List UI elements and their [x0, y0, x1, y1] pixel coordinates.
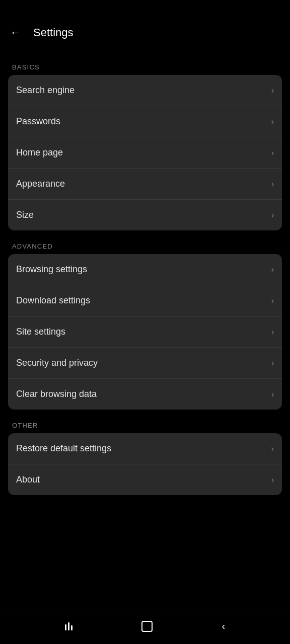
menu-item-label: Restore default settings: [16, 443, 111, 454]
menu-item-security-privacy[interactable]: Security and privacy ›: [8, 348, 282, 379]
menu-item-label: Security and privacy: [16, 358, 98, 368]
menu-item-home-page[interactable]: Home page ›: [8, 137, 282, 169]
chevron-icon: ›: [271, 328, 274, 337]
back-button[interactable]: ←: [8, 24, 25, 41]
section-label-basics: BASICS: [8, 55, 282, 75]
navigation-bar: ‹: [0, 608, 290, 644]
section-advanced: ADVANCED Browsing settings › Download se…: [8, 234, 282, 410]
chevron-icon: ›: [271, 296, 274, 305]
back-nav-icon: ‹: [222, 620, 226, 632]
recents-button[interactable]: [61, 618, 77, 634]
section-label-advanced: ADVANCED: [8, 234, 282, 254]
menu-item-clear-browsing-data[interactable]: Clear browsing data ›: [8, 379, 282, 410]
settings-content: BASICS Search engine › Passwords › Home …: [0, 51, 290, 608]
menu-item-label: Home page: [16, 147, 63, 158]
menu-item-download-settings[interactable]: Download settings ›: [8, 285, 282, 316]
menu-item-appearance[interactable]: Appearance ›: [8, 169, 282, 200]
menu-item-label: Clear browsing data: [16, 389, 97, 399]
menu-item-label: Browsing settings: [16, 264, 87, 275]
chevron-icon: ›: [271, 180, 274, 189]
home-icon: [141, 621, 153, 632]
menu-item-label: Appearance: [16, 179, 65, 189]
menu-item-label: Passwords: [16, 116, 60, 127]
menu-item-label: About: [16, 474, 40, 485]
header: ← Settings: [0, 0, 290, 51]
menu-item-search-engine[interactable]: Search engine ›: [8, 75, 282, 106]
menu-item-label: Size: [16, 210, 34, 220]
chevron-icon: ›: [271, 265, 274, 274]
back-icon: ←: [10, 26, 21, 39]
home-button[interactable]: [137, 617, 157, 636]
chevron-icon: ›: [271, 390, 274, 399]
chevron-icon: ›: [271, 211, 274, 220]
recents-icon: [65, 622, 72, 630]
back-nav-button[interactable]: ‹: [218, 616, 230, 636]
section-label-other: OTHER: [8, 414, 282, 433]
chevron-icon: ›: [271, 475, 274, 485]
menu-item-restore-default[interactable]: Restore default settings ›: [8, 433, 282, 464]
menu-item-label: Site settings: [16, 327, 65, 337]
menu-item-passwords[interactable]: Passwords ›: [8, 106, 282, 137]
section-basics: BASICS Search engine › Passwords › Home …: [8, 55, 282, 230]
chevron-icon: ›: [271, 117, 274, 126]
other-card: Restore default settings › About ›: [8, 433, 282, 495]
section-other: OTHER Restore default settings › About ›: [8, 414, 282, 495]
chevron-icon: ›: [271, 444, 274, 453]
menu-item-about[interactable]: About ›: [8, 464, 282, 495]
menu-item-label: Search engine: [16, 85, 75, 96]
chevron-icon: ›: [271, 86, 274, 95]
menu-item-site-settings[interactable]: Site settings ›: [8, 316, 282, 348]
chevron-icon: ›: [271, 148, 274, 157]
menu-item-size[interactable]: Size ›: [8, 200, 282, 230]
basics-card: Search engine › Passwords › Home page › …: [8, 75, 282, 230]
advanced-card: Browsing settings › Download settings › …: [8, 254, 282, 410]
chevron-icon: ›: [271, 359, 274, 368]
menu-item-label: Download settings: [16, 295, 90, 306]
page-title: Settings: [33, 26, 74, 39]
menu-item-browsing-settings[interactable]: Browsing settings ›: [8, 254, 282, 285]
